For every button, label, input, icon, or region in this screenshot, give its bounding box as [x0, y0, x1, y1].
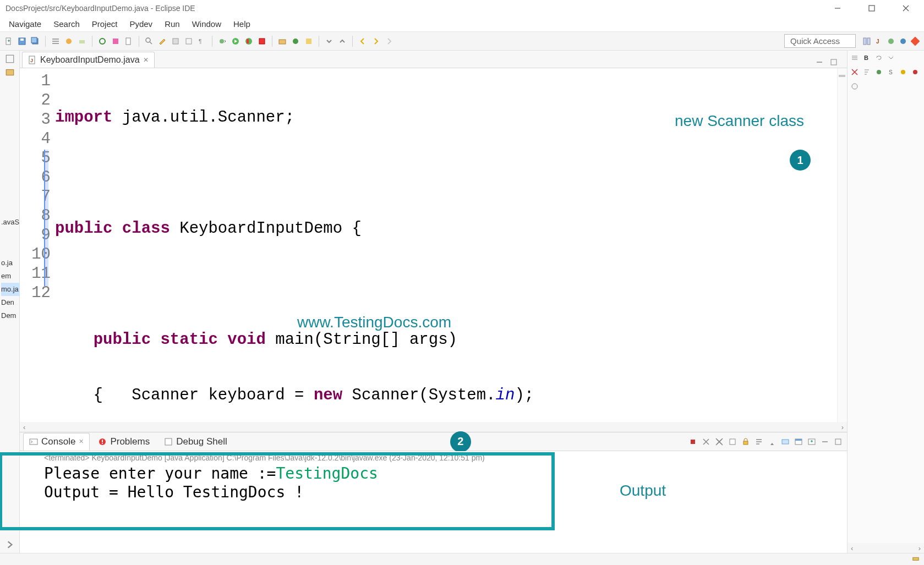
console-display-selected-icon[interactable]: [780, 436, 791, 447]
outline-toolbar-2: S: [848, 65, 924, 79]
console-new-console-icon[interactable]: [806, 436, 817, 447]
next-annotation-icon[interactable]: [324, 36, 335, 47]
java-file-icon: J: [28, 56, 37, 64]
new-class-icon[interactable]: [290, 36, 301, 47]
prev-annotation-icon[interactable]: [337, 36, 348, 47]
line-number-ruler: 123456789101112: [25, 68, 55, 422]
editor-tab-keyboardinputdemo[interactable]: J KeyboardInputDemo.java ✕: [22, 52, 155, 68]
console-remove-all-icon[interactable]: [714, 436, 725, 447]
toggle-mark-icon[interactable]: [170, 36, 181, 47]
console-word-wrap-icon[interactable]: [753, 436, 764, 447]
scroll-right-icon[interactable]: ›: [841, 423, 844, 431]
minimize-button[interactable]: [828, 2, 847, 15]
outline-hide-fields-icon[interactable]: [874, 67, 884, 77]
build-icon[interactable]: [76, 36, 88, 47]
console-output[interactable]: <terminated> KeyboardInputDemo [Java App…: [20, 451, 847, 553]
outline-menu-icon[interactable]: [886, 53, 896, 63]
console-scroll-lock-icon[interactable]: [740, 436, 751, 447]
overview-ruler[interactable]: [837, 68, 847, 422]
menubar: Navigate Search Project Pydev Run Window…: [0, 17, 924, 32]
outline-hide-nonpublic-icon[interactable]: [898, 67, 908, 77]
pydev-perspective-icon[interactable]: [898, 36, 909, 47]
close-tab-icon[interactable]: ✕: [79, 438, 84, 445]
menu-help[interactable]: Help: [228, 17, 256, 31]
scroll-left-icon[interactable]: ‹: [851, 544, 853, 552]
pkg-stub-item[interactable]: Dem: [1, 309, 20, 322]
console-open-console-icon[interactable]: [793, 436, 804, 447]
run-dropdown-icon[interactable]: [230, 36, 241, 47]
menu-navigate[interactable]: Navigate: [3, 17, 47, 31]
search-icon[interactable]: [144, 36, 155, 47]
minimize-editor-icon[interactable]: [814, 57, 825, 68]
pkg-stub-item[interactable]: Den: [1, 296, 20, 309]
maximize-button[interactable]: [862, 2, 881, 15]
outline-bold-icon[interactable]: B: [862, 53, 872, 63]
close-button[interactable]: [896, 2, 915, 15]
pkg-stub-item[interactable]: o.ja: [1, 256, 20, 270]
console-clear-icon[interactable]: [727, 436, 738, 447]
annotation-scanner-label: new Scanner class: [675, 112, 804, 130]
svg-rect-7: [79, 40, 85, 43]
tab-debug-shell[interactable]: Debug Shell: [158, 433, 233, 451]
editor-horizontal-scrollbar[interactable]: ‹ ›: [20, 422, 847, 432]
menu-pydev[interactable]: Pydev: [124, 17, 158, 31]
menu-run[interactable]: Run: [159, 17, 185, 31]
restore-view-icon[interactable]: [5, 54, 15, 64]
pkg-stub-item[interactable]: .avaS: [1, 216, 20, 229]
toggle-block-icon[interactable]: [183, 36, 194, 47]
chevron-right-icon[interactable]: [5, 540, 15, 550]
save-icon[interactable]: [17, 36, 28, 47]
forward-icon[interactable]: [370, 36, 381, 47]
new-icon[interactable]: [3, 36, 14, 47]
save-all-icon[interactable]: [30, 36, 41, 47]
maximize-editor-icon[interactable]: [828, 57, 839, 68]
debug-dropdown-icon[interactable]: [217, 36, 228, 47]
tab-problems[interactable]: Problems: [92, 433, 156, 451]
code-editor[interactable]: 123456789101112 import java.util.Scanner…: [20, 68, 847, 422]
console-terminate-icon[interactable]: [687, 436, 698, 447]
menu-search[interactable]: Search: [48, 17, 85, 31]
maximize-view-icon[interactable]: [833, 436, 844, 447]
last-edit-icon[interactable]: [384, 36, 395, 47]
new-package-icon[interactable]: [277, 36, 288, 47]
show-whitespace-icon[interactable]: ¶: [196, 36, 207, 47]
status-heap-icon[interactable]: [912, 555, 920, 564]
coverage-icon[interactable]: [243, 36, 254, 47]
skip-breakpoints-icon[interactable]: [63, 36, 74, 47]
outline-horizontal-scrollbar[interactable]: ‹ ›: [848, 543, 924, 553]
new-java-icon[interactable]: [123, 36, 134, 47]
tab-console[interactable]: Console ✕: [23, 433, 90, 451]
git-perspective-icon[interactable]: [910, 36, 921, 47]
java-perspective-icon[interactable]: J: [873, 36, 884, 47]
svg-point-48: [877, 70, 881, 74]
console-remove-icon[interactable]: [701, 436, 712, 447]
outline-hide-static-icon[interactable]: S: [886, 67, 896, 77]
outline-link-icon[interactable]: [874, 53, 884, 63]
outline-focus-icon[interactable]: [850, 81, 860, 91]
code-content[interactable]: import java.util.Scanner; public class K…: [55, 68, 837, 422]
debug-perspective-icon[interactable]: [885, 36, 896, 47]
package-explorer-icon[interactable]: [5, 67, 15, 77]
outline-close-icon[interactable]: [850, 67, 860, 77]
quick-access-input[interactable]: Quick Access: [784, 34, 856, 48]
scroll-left-icon[interactable]: ‹: [23, 423, 25, 431]
open-perspective-icon[interactable]: [861, 36, 872, 47]
scroll-right-icon[interactable]: ›: [918, 544, 921, 552]
outline-collapse-icon[interactable]: [850, 53, 860, 63]
menu-project[interactable]: Project: [86, 17, 123, 31]
outline-sort-icon[interactable]: [862, 67, 872, 77]
open-resource-icon[interactable]: [303, 36, 314, 47]
close-tab-icon[interactable]: ✕: [143, 56, 149, 64]
pkg-stub-item[interactable]: mo.ja: [1, 283, 20, 296]
outline-hide-local-icon[interactable]: [910, 67, 920, 77]
pkg-stub-item[interactable]: em: [1, 270, 20, 283]
toggle-breadcrumb-icon[interactable]: [50, 36, 61, 47]
open-type-icon[interactable]: [97, 36, 108, 47]
open-task-icon[interactable]: [110, 36, 121, 47]
minimize-view-icon[interactable]: [819, 436, 830, 447]
console-pin-icon[interactable]: [767, 436, 778, 447]
external-tools-icon[interactable]: [256, 36, 267, 47]
menu-window[interactable]: Window: [187, 17, 227, 31]
annotate-icon[interactable]: [157, 36, 168, 47]
back-icon[interactable]: [357, 36, 368, 47]
